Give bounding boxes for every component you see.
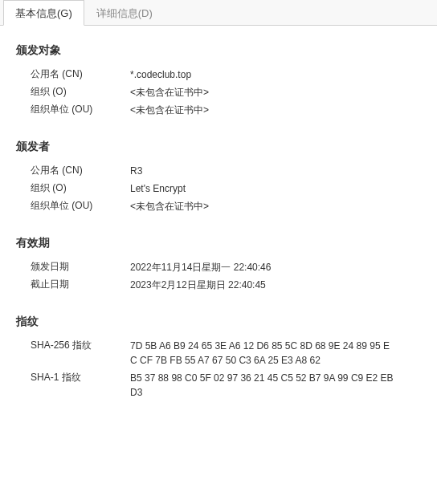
subject-cn-label: 公用名 (CN) [31,67,130,81]
expires-date-label: 截止日期 [31,278,130,291]
issuer-o-value: Let's Encrypt [130,181,186,196]
issuer-cn-row: 公用名 (CN) R3 [31,162,421,180]
sha1-label: SHA-1 指纹 [31,371,130,384]
expires-date-row: 截止日期 2023年2月12日星期日 22:40:45 [31,276,421,294]
issued-date-row: 颁发日期 2022年11月14日星期一 22:40:46 [31,258,421,276]
issued-date-label: 颁发日期 [31,260,130,274]
subject-title: 颁发对象 [16,43,421,58]
validity-section: 有效期 颁发日期 2022年11月14日星期一 22:40:46 截止日期 20… [16,236,421,294]
tab-bar: 基本信息(G) 详细信息(D) [0,0,437,26]
subject-section: 颁发对象 公用名 (CN) *.codeclub.top 组织 (O) <未包含… [16,43,421,119]
sha256-value: 7D 5B A6 B9 24 65 3E A6 12 D6 85 5C 8D 6… [130,339,395,368]
subject-ou-label: 组织单位 (OU) [31,103,130,116]
subject-ou-value: <未包含在证书中> [130,103,209,117]
fingerprints-section: 指纹 SHA-256 指纹 7D 5B A6 B9 24 65 3E A6 12… [16,315,421,401]
issuer-ou-row: 组织单位 (OU) <未包含在证书中> [31,197,421,215]
expires-date-value: 2023年2月12日星期日 22:40:45 [130,278,266,292]
issuer-title: 颁发者 [16,140,421,154]
issuer-section: 颁发者 公用名 (CN) R3 组织 (O) Let's Encrypt 组织单… [16,140,421,215]
validity-title: 有效期 [16,236,421,250]
sha1-value: B5 37 88 98 C0 5F 02 97 36 21 45 C5 52 B… [130,371,395,400]
subject-o-value: <未包含在证书中> [130,85,209,100]
issuer-ou-label: 组织单位 (OU) [31,199,130,213]
sha256-label: SHA-256 指纹 [31,339,130,352]
fingerprints-title: 指纹 [16,315,421,329]
tab-detail-info[interactable]: 详细信息(D) [84,0,165,25]
sha256-row: SHA-256 指纹 7D 5B A6 B9 24 65 3E A6 12 D6… [31,337,421,369]
tab-basic-info[interactable]: 基本信息(G) [3,0,84,26]
subject-o-label: 组织 (O) [31,85,130,99]
subject-cn-value: *.codeclub.top [130,67,191,82]
subject-ou-row: 组织单位 (OU) <未包含在证书中> [31,101,421,119]
issuer-o-row: 组织 (O) Let's Encrypt [31,180,421,197]
certificate-content: 颁发对象 公用名 (CN) *.codeclub.top 组织 (O) <未包含… [0,26,437,438]
issuer-ou-value: <未包含在证书中> [130,199,209,213]
sha1-row: SHA-1 指纹 B5 37 88 98 C0 5F 02 97 36 21 4… [31,369,421,401]
issued-date-value: 2022年11月14日星期一 22:40:46 [130,260,271,274]
subject-cn-row: 公用名 (CN) *.codeclub.top [31,66,421,83]
issuer-cn-label: 公用名 (CN) [31,164,130,177]
issuer-cn-value: R3 [130,164,142,178]
subject-o-row: 组织 (O) <未包含在证书中> [31,83,421,101]
issuer-o-label: 组织 (O) [31,181,130,195]
